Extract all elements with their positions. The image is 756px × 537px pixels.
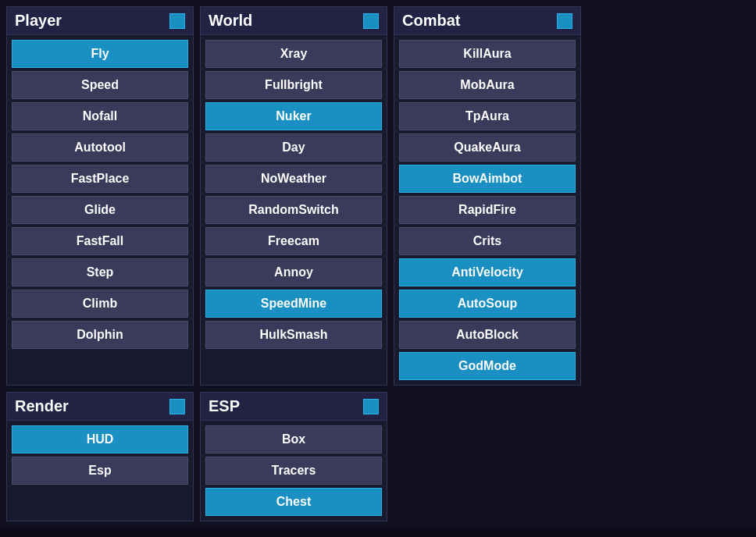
render-btn-esp[interactable]: Esp [12,457,188,485]
render-panel-header: Render [7,393,193,421]
player-btn-fly[interactable]: Fly [12,40,188,68]
world-btn-nuker[interactable]: Nuker [205,102,382,130]
player-btn-nofall[interactable]: Nofall [12,102,188,130]
player-btn-speed[interactable]: Speed [12,71,188,99]
esp-panel-title: ESP [209,397,240,415]
world-btn-noweather[interactable]: NoWeather [205,165,382,193]
render-panel-indicator [169,399,185,414]
combat-btn-tpaura[interactable]: TpAura [399,102,576,130]
combat-btn-autosoup[interactable]: AutoSoup [399,290,576,318]
combat-panel-body: KillAuraMobAuraTpAuraQuakeAuraBowAimbotR… [394,35,580,385]
player-btn-glide[interactable]: Glide [12,196,188,224]
esp-btn-box[interactable]: Box [205,425,382,453]
combat-btn-quakeaura[interactable]: QuakeAura [399,133,576,162]
player-btn-climb[interactable]: Climb [12,290,188,318]
combat-btn-crits[interactable]: Crits [399,227,576,255]
combat-panel-header: Combat [394,7,580,35]
world-btn-randomswitch[interactable]: RandomSwitch [205,196,382,224]
player-btn-autotool[interactable]: Autotool [12,133,188,162]
world-btn-xray[interactable]: Xray [205,40,382,68]
bottom-row: Render HUDEsp ESP BoxTracersChest [6,392,750,521]
esp-btn-tracers[interactable]: Tracers [205,457,382,485]
world-btn-day[interactable]: Day [205,133,382,162]
combat-btn-bowaimbot[interactable]: BowAimbot [399,165,576,193]
player-btn-dolphin[interactable]: Dolphin [12,321,188,349]
player-panel-indicator [169,13,185,29]
player-panel-title: Player [15,12,62,30]
world-btn-freecam[interactable]: Freecam [205,227,382,255]
world-btn-hulksmash[interactable]: HulkSmash [205,321,382,349]
render-panel-body: HUDEsp [7,421,193,489]
esp-panel: ESP BoxTracersChest [200,392,387,521]
world-btn-speedmine[interactable]: SpeedMine [205,290,382,318]
esp-panel-header: ESP [201,393,387,421]
top-row: Player FlySpeedNofallAutotoolFastPlaceGl… [6,6,750,386]
main-container: Player FlySpeedNofallAutotoolFastPlaceGl… [0,0,756,528]
render-btn-hud[interactable]: HUD [12,425,188,453]
combat-btn-rapidfire[interactable]: RapidFire [399,196,576,224]
player-panel-body: FlySpeedNofallAutotoolFastPlaceGlideFast… [7,35,193,354]
player-btn-fastplace[interactable]: FastPlace [12,165,188,193]
world-panel: World XrayFullbrightNukerDayNoWeatherRan… [200,6,387,386]
combat-panel-title: Combat [402,12,460,30]
player-panel-header: Player [7,7,193,35]
player-panel: Player FlySpeedNofallAutotoolFastPlaceGl… [6,6,194,386]
world-panel-title: World [209,12,252,30]
world-btn-annoy[interactable]: Annoy [205,258,382,286]
player-btn-step[interactable]: Step [12,258,188,286]
render-panel: Render HUDEsp [6,392,194,521]
esp-btn-chest[interactable]: Chest [205,488,382,516]
combat-btn-autoblock[interactable]: AutoBlock [399,321,576,349]
esp-panel-indicator [363,399,379,414]
world-panel-body: XrayFullbrightNukerDayNoWeatherRandomSwi… [201,35,387,354]
esp-panel-body: BoxTracersChest [201,421,387,521]
combat-btn-killaura[interactable]: KillAura [399,40,576,68]
combat-btn-mobaura[interactable]: MobAura [399,71,576,99]
world-panel-header: World [201,7,387,35]
world-panel-indicator [363,13,379,29]
combat-panel: Combat KillAuraMobAuraTpAuraQuakeAuraBow… [394,6,581,386]
render-panel-title: Render [15,397,69,415]
player-btn-fastfall[interactable]: FastFall [12,227,188,255]
combat-panel-indicator [557,13,572,29]
combat-btn-antivelocity[interactable]: AntiVelocity [399,258,576,286]
combat-btn-godmode[interactable]: GodMode [399,352,576,380]
world-btn-fullbright[interactable]: Fullbright [205,71,382,99]
